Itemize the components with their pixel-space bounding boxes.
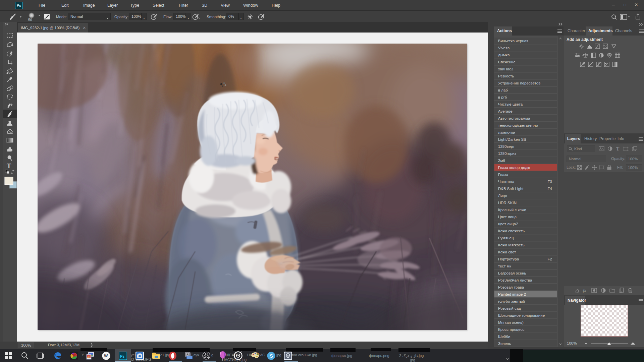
- svg-text:W: W: [104, 354, 108, 358]
- svg-text:S: S: [270, 353, 273, 359]
- svg-text:T: T: [7, 162, 11, 170]
- svg-text:Ps: Ps: [120, 354, 124, 358]
- svg-text:fx: fx: [583, 288, 586, 293]
- svg-text:T: T: [616, 146, 620, 152]
